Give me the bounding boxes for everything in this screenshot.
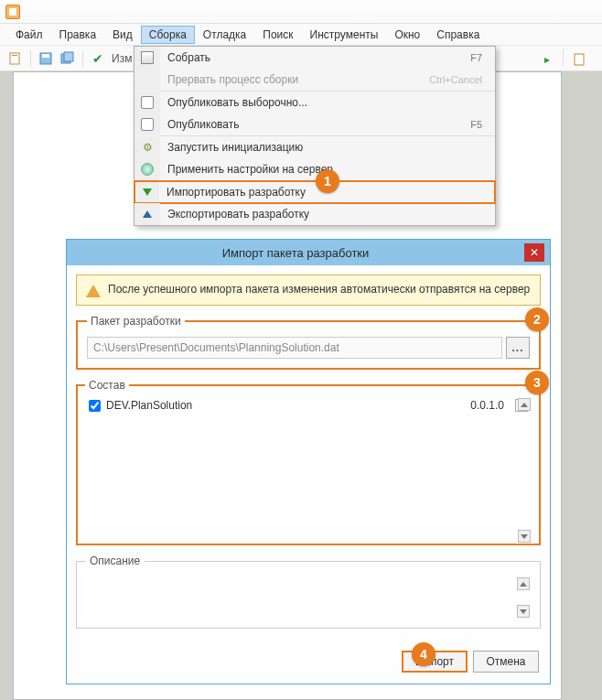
menu-file[interactable]: Файл <box>7 26 51 44</box>
menu-debug[interactable]: Отладка <box>195 26 254 44</box>
toolbar-play-icon[interactable]: ▸ <box>537 49 557 70</box>
menu-search[interactable]: Поиск <box>254 26 301 44</box>
callout-badge-2: 2 <box>525 307 549 331</box>
scroll-down-icon[interactable] <box>518 530 531 543</box>
dialog-titlebar: Импорт пакета разработки ✕ <box>67 240 550 265</box>
composition-list: DEV.PlanSolution 0.0.1.0 <box>85 397 532 544</box>
menu-build[interactable]: Сборка <box>141 26 195 44</box>
toolbar-saveall-icon[interactable] <box>58 48 78 69</box>
menu-item-run-init[interactable]: ⚙ Запустить инициализацию <box>134 136 495 158</box>
toolbar-new-icon[interactable] <box>5 48 26 69</box>
toolbar-doc-icon[interactable] <box>569 49 589 70</box>
globe-icon <box>141 163 154 176</box>
svg-rect-0 <box>10 53 19 64</box>
svg-rect-6 <box>575 54 584 65</box>
description-fieldset: Описание <box>76 555 541 629</box>
publish-selective-icon <box>141 96 154 109</box>
dialog-title: Импорт пакета разработки <box>67 246 524 260</box>
menu-window[interactable]: Окно <box>386 26 428 44</box>
notice-banner: После успешного импорта пакета изменения… <box>76 275 541 306</box>
menu-item-publish[interactable]: Опубликовать F5 <box>134 113 495 135</box>
callout-badge-1: 1 <box>316 169 339 193</box>
build-dropdown: Собрать F7 Прервать процесс сборки Ctrl+… <box>134 46 496 226</box>
menu-view[interactable]: Вид <box>104 26 141 44</box>
scroll-down-icon[interactable] <box>517 605 530 618</box>
composition-fieldset: Состав DEV.PlanSolution 0.0.1.0 <box>76 379 541 545</box>
menu-item-build[interactable]: Собрать F7 <box>134 47 495 69</box>
description-scrollbar[interactable] <box>516 576 531 619</box>
composition-name: DEV.PlanSolution <box>106 399 465 412</box>
callout-badge-3: 3 <box>525 371 549 394</box>
composition-scrollbar[interactable] <box>517 397 532 544</box>
gear-icon: ⚙ <box>143 141 153 154</box>
toolbar-save-icon[interactable] <box>36 48 56 69</box>
svg-rect-5 <box>64 52 73 61</box>
arrow-up-icon <box>143 210 152 218</box>
menu-item-abort: Прервать процесс сборки Ctrl+Cancel <box>134 69 495 91</box>
menu-item-export-dev[interactable]: Экспортировать разработку <box>134 203 495 225</box>
package-path-input[interactable]: C:\Users\Present\Documents\PlanningSolut… <box>87 337 502 359</box>
toolbar-change-label: Изм <box>112 52 132 65</box>
dialog-close-button[interactable]: ✕ <box>524 243 544 262</box>
app-icon <box>5 5 20 19</box>
composition-legend: Состав <box>85 379 129 392</box>
menu-help[interactable]: Справка <box>428 26 488 44</box>
notice-text: После успешного импорта пакета изменения… <box>108 283 530 296</box>
browse-button[interactable]: ... <box>506 337 530 359</box>
publish-icon <box>141 118 154 131</box>
menu-item-apply-settings[interactable]: Применить настройки на сервер <box>134 158 495 180</box>
warning-icon <box>86 285 101 297</box>
callout-badge-4: 4 <box>412 642 435 666</box>
package-fieldset: Пакет разработки C:\Users\Present\Docume… <box>76 315 541 370</box>
titlebar <box>0 0 602 24</box>
menubar: Файл Правка Вид Сборка Отладка Поиск Инс… <box>0 24 602 46</box>
build-icon <box>141 51 154 64</box>
menu-tools[interactable]: Инструменты <box>302 26 387 44</box>
composition-row[interactable]: DEV.PlanSolution 0.0.1.0 <box>85 397 532 414</box>
svg-rect-3 <box>42 54 49 58</box>
arrow-down-icon <box>143 188 152 196</box>
svg-rect-1 <box>12 55 17 56</box>
cancel-button[interactable]: Отмена <box>473 651 539 673</box>
description-legend: Описание <box>86 555 144 567</box>
scroll-up-icon[interactable] <box>518 398 531 411</box>
toolbar-check-icon[interactable]: ✔ <box>88 48 108 69</box>
package-legend: Пакет разработки <box>87 315 185 328</box>
scroll-up-icon[interactable] <box>517 577 530 590</box>
composition-version: 0.0.1.0 <box>470 399 504 412</box>
menu-item-publish-selective[interactable]: Опубликовать выборочно... <box>134 92 495 113</box>
composition-checkbox[interactable] <box>89 400 101 412</box>
import-dialog: Импорт пакета разработки ✕ После успешно… <box>66 239 551 684</box>
menu-edit[interactable]: Правка <box>51 26 105 44</box>
description-box[interactable] <box>86 576 531 619</box>
menu-item-import-dev[interactable]: Импортировать разработку <box>134 180 496 204</box>
